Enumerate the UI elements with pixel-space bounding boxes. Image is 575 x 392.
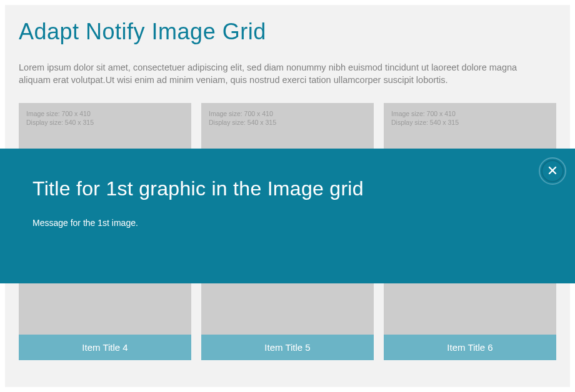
notify-banner: Title for 1st graphic in the Image grid …: [0, 149, 575, 283]
placeholder-image-size: Image size: 700 x 410: [391, 109, 549, 118]
placeholder-image-size: Image size: 700 x 410: [209, 109, 366, 118]
placeholder-meta: Image size: 700 x 410 Display size: 540 …: [201, 103, 374, 130]
notify-message: Message for the 1st image.: [32, 218, 542, 228]
item-caption: Item Title 6: [384, 335, 556, 360]
placeholder-meta: Image size: 700 x 410 Display size: 540 …: [384, 103, 556, 130]
page-title: Adapt Notify Image Grid: [19, 19, 556, 45]
item-caption: Item Title 5: [201, 335, 374, 360]
placeholder-display-size: Display size: 540 x 315: [209, 118, 366, 127]
intro-text: Lorem ipsum dolor sit amet, consectetuer…: [19, 61, 544, 87]
placeholder-display-size: Display size: 540 x 315: [26, 118, 184, 127]
notify-title: Title for 1st graphic in the Image grid: [32, 177, 542, 200]
placeholder-display-size: Display size: 540 x 315: [391, 118, 549, 127]
placeholder-meta: Image size: 700 x 410 Display size: 540 …: [19, 103, 191, 130]
close-icon: [548, 166, 557, 177]
close-button[interactable]: [541, 160, 564, 182]
item-caption: Item Title 4: [19, 335, 191, 360]
placeholder-image-size: Image size: 700 x 410: [26, 109, 184, 118]
